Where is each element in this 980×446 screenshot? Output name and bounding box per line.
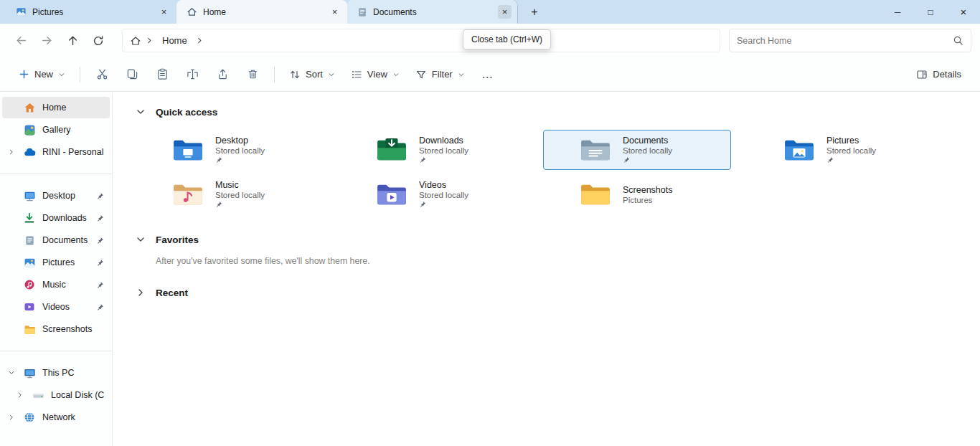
chevron-right-icon[interactable] bbox=[2, 148, 21, 156]
sidebar-item-home[interactable]: Home bbox=[2, 97, 110, 118]
section-quick-access[interactable]: Quick access bbox=[136, 103, 980, 121]
sidebar-item-onedrive[interactable]: RINI - Personal bbox=[2, 141, 110, 163]
refresh-button[interactable] bbox=[86, 29, 110, 53]
forward-button[interactable] bbox=[34, 29, 59, 53]
sidebar-item-this-pc[interactable]: This PC bbox=[2, 362, 110, 384]
documents-folder-icon bbox=[580, 137, 611, 163]
tab-label: Home bbox=[203, 7, 322, 17]
breadcrumb-item-home[interactable]: Home bbox=[158, 34, 192, 47]
rename-button[interactable] bbox=[178, 62, 207, 87]
sidebar-item-pictures[interactable]: Pictures bbox=[2, 252, 110, 273]
tile-text: Pictures Stored locally bbox=[826, 136, 898, 165]
tab-close-icon[interactable]: × bbox=[498, 5, 512, 19]
new-button-label: New bbox=[34, 69, 53, 80]
tile-videos[interactable]: Videos Stored locally bbox=[339, 174, 527, 214]
more-options-button[interactable]: … bbox=[473, 62, 502, 87]
sidebar-item-screenshots[interactable]: Screenshots bbox=[2, 318, 110, 340]
sidebar-item-label: Music bbox=[42, 280, 96, 290]
toolbar-divider bbox=[80, 67, 80, 82]
tile-documents[interactable]: Documents Stored locally bbox=[543, 130, 731, 170]
tab-documents[interactable]: Documents × bbox=[347, 0, 518, 24]
sidebar-item-label: This PC bbox=[42, 368, 104, 378]
tile-name: Downloads bbox=[419, 136, 491, 146]
new-button[interactable]: New bbox=[11, 62, 72, 87]
chevron-right-icon[interactable] bbox=[2, 414, 21, 421]
tile-subtitle: Stored locally bbox=[419, 146, 491, 155]
up-button[interactable] bbox=[60, 29, 85, 53]
tile-screenshots[interactable]: Screenshots Pictures bbox=[543, 174, 731, 214]
address-bar[interactable]: Home bbox=[122, 29, 720, 52]
sidebar-item-network[interactable]: Network bbox=[2, 407, 110, 428]
chevron-right-icon[interactable] bbox=[136, 288, 146, 297]
music-folder-icon bbox=[172, 181, 204, 207]
sidebar-item-gallery[interactable]: Gallery bbox=[2, 119, 110, 141]
chevron-down-icon[interactable] bbox=[2, 369, 21, 376]
gallery-icon bbox=[21, 124, 38, 136]
sidebar-item-documents[interactable]: Documents bbox=[2, 229, 110, 251]
tab-pictures[interactable]: Pictures × bbox=[6, 0, 176, 24]
filter-button[interactable]: Filter bbox=[408, 62, 472, 87]
favorites-empty-text: After you've favorited some files, we'll… bbox=[156, 256, 980, 266]
tile-downloads[interactable]: Downloads Stored locally bbox=[339, 130, 527, 170]
copy-button[interactable] bbox=[118, 62, 146, 87]
section-recent[interactable]: Recent bbox=[136, 283, 980, 302]
documents-icon bbox=[21, 235, 38, 246]
sort-button[interactable]: Sort bbox=[282, 62, 342, 87]
pictures-icon bbox=[16, 6, 27, 17]
tile-name: Videos bbox=[419, 180, 491, 190]
details-button[interactable]: Details bbox=[909, 62, 969, 87]
close-button[interactable]: × bbox=[947, 0, 980, 24]
search-icon[interactable] bbox=[953, 35, 963, 46]
sidebar-item-music[interactable]: Music bbox=[2, 274, 110, 295]
tab-close-icon[interactable]: × bbox=[328, 5, 341, 19]
tile-pictures[interactable]: Pictures Stored locally bbox=[747, 130, 935, 170]
chevron-down-icon[interactable] bbox=[136, 235, 146, 244]
search-box[interactable] bbox=[729, 29, 971, 52]
sidebar-item-label: Pictures bbox=[42, 257, 96, 267]
tab-label: Documents bbox=[373, 7, 492, 17]
filter-button-label: Filter bbox=[432, 69, 453, 80]
close-tab-tooltip: Close tab (Ctrl+W) bbox=[463, 29, 551, 49]
share-button[interactable] bbox=[208, 62, 237, 87]
tab-close-icon[interactable]: × bbox=[157, 5, 171, 19]
plus-icon bbox=[19, 69, 29, 80]
new-tab-button[interactable]: + bbox=[525, 3, 544, 22]
section-favorites[interactable]: Favorites bbox=[136, 230, 980, 249]
desktop-folder-icon bbox=[172, 137, 204, 163]
sidebar-divider bbox=[0, 174, 112, 174]
tile-subtitle: Stored locally bbox=[419, 191, 491, 199]
details-pane-icon bbox=[916, 69, 928, 80]
sidebar-item-desktop[interactable]: Desktop bbox=[2, 185, 110, 207]
chevron-down-icon[interactable] bbox=[136, 108, 146, 116]
chevron-down-icon bbox=[58, 71, 65, 78]
sidebar-divider bbox=[0, 351, 112, 351]
tile-music[interactable]: Music Stored locally bbox=[136, 174, 324, 214]
chevron-right-icon bbox=[146, 37, 154, 44]
view-button[interactable]: View bbox=[344, 62, 407, 87]
back-button[interactable] bbox=[9, 29, 33, 53]
sidebar-item-videos[interactable]: Videos bbox=[2, 296, 110, 318]
tile-text: Desktop Stored locally bbox=[215, 136, 287, 165]
filter-icon bbox=[415, 69, 427, 80]
tile-subtitle: Stored locally bbox=[623, 146, 694, 155]
hard-drive-icon bbox=[29, 389, 47, 402]
breadcrumb-home-icon[interactable] bbox=[130, 35, 141, 47]
toolbar-divider bbox=[274, 67, 275, 82]
sidebar-item-local-disk-c[interactable]: Local Disk (C:) bbox=[2, 384, 110, 406]
chevron-right-icon[interactable] bbox=[11, 392, 29, 399]
cut-button[interactable] bbox=[88, 62, 116, 87]
maximize-button[interactable]: □ bbox=[914, 0, 947, 24]
minimize-button[interactable]: ─ bbox=[881, 0, 914, 24]
pin-icon bbox=[419, 200, 491, 209]
music-icon bbox=[21, 279, 38, 290]
search-input[interactable] bbox=[737, 36, 953, 46]
sidebar-item-downloads[interactable]: Downloads bbox=[2, 207, 110, 229]
paste-button[interactable] bbox=[148, 62, 176, 87]
tab-home[interactable]: Home × bbox=[176, 0, 347, 24]
chevron-right-icon[interactable] bbox=[196, 37, 204, 44]
videos-folder-icon bbox=[376, 181, 407, 207]
sidebar-item-label: Network bbox=[42, 412, 104, 422]
delete-button[interactable] bbox=[238, 62, 267, 87]
pin-icon bbox=[419, 156, 491, 165]
tile-desktop[interactable]: Desktop Stored locally bbox=[136, 130, 324, 170]
